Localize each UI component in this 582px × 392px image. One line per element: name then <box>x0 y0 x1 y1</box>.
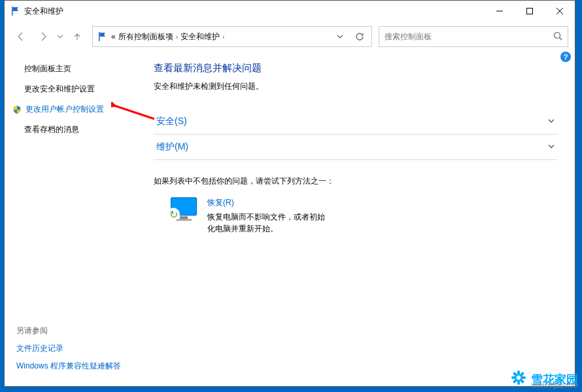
recover-link[interactable]: 恢复(R) <box>207 197 332 208</box>
sidebar-file-history[interactable]: 文件历史记录 <box>16 343 133 354</box>
svg-rect-0 <box>12 7 13 16</box>
section-label: 维护(M) <box>156 141 188 153</box>
breadcrumb-prefix: « <box>111 32 116 41</box>
watermark: 雪花家园 www.xhjaty.com <box>510 369 578 389</box>
window-title: 安全和维护 <box>24 6 63 17</box>
sidebar-change-uac-settings[interactable]: 更改用户帐户控制设置 <box>12 104 133 115</box>
sidebar-label: 文件历史记录 <box>16 344 63 353</box>
page-title: 查看最新消息并解决问题 <box>154 62 558 74</box>
recover-icon: ↻ <box>171 197 198 221</box>
breadcrumb-item[interactable]: 所有控制面板项 <box>118 31 173 42</box>
svg-rect-11 <box>511 376 517 379</box>
refresh-button[interactable] <box>352 27 368 46</box>
sidebar-label: 查看存档的消息 <box>24 124 79 135</box>
svg-point-6 <box>555 32 560 38</box>
window: 安全和维护 <box>4 0 575 387</box>
svg-rect-5 <box>99 32 100 41</box>
help-label: ? <box>564 53 568 61</box>
navbar: « 所有控制面板项 › 安全和维护 › <box>5 22 575 52</box>
search-input[interactable] <box>385 32 553 41</box>
svg-rect-9 <box>517 370 520 376</box>
recent-dropdown[interactable] <box>56 27 65 46</box>
search-bar[interactable] <box>379 26 568 47</box>
sidebar-view-archived[interactable]: 查看存档的消息 <box>24 124 133 135</box>
svg-rect-12 <box>521 376 526 379</box>
up-button[interactable] <box>67 27 87 46</box>
further-text: 如果列表中不包括你的问题，请尝试下列方法之一： <box>154 176 558 187</box>
section-label: 安全(S) <box>156 116 187 127</box>
forward-button[interactable] <box>33 27 53 46</box>
page-subtitle: 安全和维护未检测到任何问题。 <box>154 81 558 92</box>
sidebar-change-security-settings[interactable]: 更改安全和维护设置 <box>24 84 133 95</box>
search-icon[interactable] <box>553 31 562 42</box>
snowflake-icon <box>510 369 527 389</box>
chevron-right-icon: › <box>222 33 224 41</box>
minimize-button[interactable] <box>485 1 515 22</box>
sidebar-compat-troubleshoot[interactable]: Windows 程序兼容性疑难解答 <box>16 361 133 372</box>
titlebar: 安全和维护 <box>5 1 575 22</box>
sidebar: 控制面板主页 更改安全和维护设置 更改用户帐户控制设置 查看存档的消息 <box>5 52 143 386</box>
breadcrumb-item[interactable]: 安全和维护 <box>180 31 220 42</box>
chevron-down-icon <box>547 142 555 152</box>
svg-rect-2 <box>527 8 533 14</box>
back-button[interactable] <box>11 27 31 46</box>
help-button[interactable]: ? <box>560 52 571 62</box>
address-bar[interactable]: « 所有控制面板项 › 安全和维护 › <box>92 26 372 47</box>
recover-desc: 恢复电脑而不影响文件，或者初始化电脑并重新开始。 <box>207 211 332 235</box>
watermark-sub: www.xhjaty.com <box>532 382 578 389</box>
address-dropdown[interactable] <box>332 27 348 46</box>
see-also-label: 另请参阅 <box>16 325 133 336</box>
sidebar-label: 更改安全和维护设置 <box>24 84 95 95</box>
chevron-right-icon: › <box>176 33 178 41</box>
security-section[interactable]: 安全(S) <box>154 109 558 135</box>
chevron-down-icon <box>547 117 555 127</box>
maintenance-section[interactable]: 维护(M) <box>154 135 558 160</box>
flag-icon <box>10 6 20 16</box>
body: 控制面板主页 更改安全和维护设置 更改用户帐户控制设置 查看存档的消息 <box>5 52 575 386</box>
shield-icon <box>12 105 22 114</box>
maximize-button[interactable] <box>515 1 545 22</box>
sidebar-label: 更改用户帐户控制设置 <box>26 104 104 115</box>
svg-line-7 <box>560 37 562 40</box>
close-button[interactable] <box>545 1 575 22</box>
sidebar-label: 控制面板主页 <box>24 63 71 74</box>
main-content: ? 查看最新消息并解决问题 安全和维护未检测到任何问题。 安全(S) 维护(M)… <box>143 52 575 386</box>
breadcrumb: « 所有控制面板项 › 安全和维护 › <box>111 31 328 42</box>
sidebar-home[interactable]: 控制面板主页 <box>24 63 133 74</box>
svg-rect-10 <box>517 380 520 385</box>
flag-icon <box>97 31 107 42</box>
sidebar-label: Windows 程序兼容性疑难解答 <box>16 361 121 370</box>
recover-block: ↻ 恢复(R) 恢复电脑而不影响文件，或者初始化电脑并重新开始。 <box>154 197 558 235</box>
